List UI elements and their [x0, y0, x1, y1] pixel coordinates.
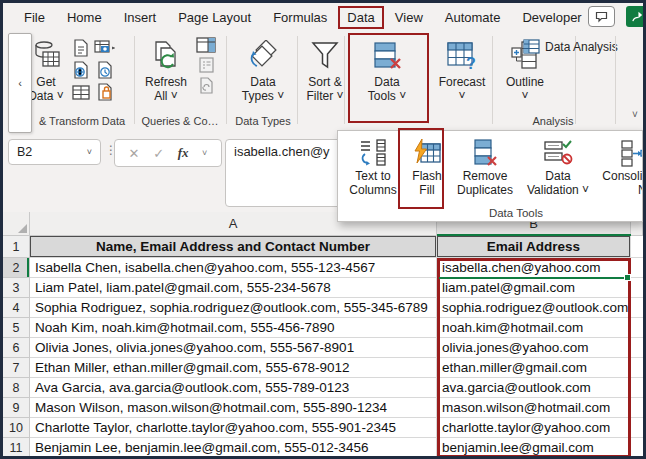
row-header-7[interactable]: 7 — [3, 358, 30, 378]
cell-b7[interactable]: ethan.miller@gmail.com — [437, 358, 631, 378]
data-analysis-icon — [523, 39, 540, 54]
cell-c8[interactable] — [631, 378, 643, 398]
existing-connections-icon[interactable] — [97, 83, 113, 101]
group-label-data-types: Data Types — [232, 115, 294, 127]
recent-sources-icon[interactable] — [97, 61, 113, 79]
cell-c11[interactable] — [631, 438, 643, 458]
edit-links-icon[interactable] — [199, 77, 214, 94]
cell-a4[interactable]: Sophia Rodriguez, sophia.rodriguez@outlo… — [30, 298, 437, 318]
cancel-icon[interactable]: ✕ — [129, 146, 140, 161]
menu-item-remove-duplicates[interactable]: Remove Duplicates — [450, 136, 520, 197]
cell-a11[interactable]: Benjamin Lee, benjamin.lee@gmail.com, 55… — [30, 438, 437, 458]
row-header-6[interactable]: 6 — [3, 338, 30, 358]
cell-a6[interactable]: Olivia Jones, olivia.jones@yahoo.com, 55… — [30, 338, 437, 358]
refresh-all-label-1: Refresh — [145, 75, 187, 89]
data-tools-button[interactable]: Data Tools ˅ — [352, 37, 422, 103]
tab-page-layout[interactable]: Page Layout — [167, 6, 262, 29]
menu-item-text-to-columns[interactable]: Text to Columns — [343, 136, 403, 197]
row-header-4[interactable]: 4 — [3, 298, 30, 318]
cell-b6[interactable]: olivia.jones@yahoo.com — [437, 338, 631, 358]
data-types-button[interactable]: Data Types ˅ — [232, 37, 294, 103]
cell-a10[interactable]: Charlotte Taylor, charlotte.taylor@yahoo… — [30, 418, 437, 438]
data-types-label-2: Types ˅ — [242, 89, 284, 103]
data-tools-dropdown: Text to Columns Flash Fill — [337, 130, 643, 222]
forecast-label-1: Forecast — [439, 75, 486, 89]
cell-a7[interactable]: Ethan Miller, ethan.miller@gmail.com, 55… — [30, 358, 437, 378]
share-button[interactable] — [626, 6, 646, 27]
queries-small-buttons — [196, 37, 216, 94]
group-label-get-transform: & Transform Data — [31, 115, 133, 127]
cell-c1[interactable] — [631, 236, 643, 258]
tab-data[interactable]: Data — [338, 6, 383, 29]
properties-icon[interactable] — [199, 57, 214, 73]
cell-c5[interactable] — [631, 318, 643, 338]
cell-b3[interactable]: liam.patel@gmail.com — [437, 278, 631, 298]
cell-a2[interactable]: Isabella Chen, isabella.chen@yahoo.com, … — [30, 258, 437, 278]
enter-icon[interactable]: ✓ — [153, 146, 164, 161]
chevron-down-icon: ˅ — [87, 147, 92, 157]
tab-view[interactable]: View — [384, 6, 434, 29]
cell-a8[interactable]: Ava Garcia, ava.garcia@outlook.com, 555-… — [30, 378, 437, 398]
collapse-pane-button[interactable]: ‹ — [8, 33, 32, 133]
data-analysis-button[interactable]: Data Analysis — [523, 39, 618, 54]
from-table-icon[interactable] — [72, 85, 90, 100]
row-header-1[interactable]: 1 — [3, 236, 30, 258]
fill-handle[interactable] — [624, 274, 631, 281]
cell-a3[interactable]: Liam Patel, liam.patel@gmail.com, 555-23… — [30, 278, 437, 298]
cell-a5[interactable]: Noah Kim, noah.kim@hotmail.com, 555-456-… — [30, 318, 437, 338]
tab-insert[interactable]: Insert — [113, 6, 168, 29]
row-header-2[interactable]: 2 — [3, 258, 30, 278]
cell-b11[interactable]: benjamin.lee@gmail.com — [437, 438, 631, 458]
queries-connections-icon[interactable] — [196, 37, 216, 53]
cell-b10[interactable]: charlotte.taylor@yahoo.com — [437, 418, 631, 438]
refresh-all-button[interactable]: Refresh All ˅ — [140, 37, 192, 103]
tab-automate[interactable]: Automate — [434, 6, 512, 29]
table-row: 9 Mason Wilson, mason.wilson@hotmail.com… — [3, 398, 643, 418]
row-header-5[interactable]: 5 — [3, 318, 30, 338]
cell-a9[interactable]: Mason Wilson, mason.wilson@hotmail.com, … — [30, 398, 437, 418]
comments-button[interactable] — [588, 6, 615, 27]
select-all-button[interactable] — [3, 212, 30, 236]
data-types-icon — [245, 37, 281, 75]
cell-b5[interactable]: noah.kim@hotmail.com — [437, 318, 631, 338]
menu-item-flash-fill[interactable]: Flash Fill — [406, 136, 448, 197]
cell-b4[interactable]: sophia.rodriguez@outlook.com — [437, 298, 631, 318]
row-header-8[interactable]: 8 — [3, 378, 30, 398]
cell-c7[interactable] — [631, 358, 643, 378]
forecast-button[interactable]: ? Forecast ˅ — [433, 37, 491, 103]
flash-fill-icon — [412, 136, 442, 170]
sort-filter-button[interactable]: Sort & Filter ˅ — [301, 37, 349, 103]
dropdown-group-label: Data Tools — [388, 207, 643, 219]
comment-icon — [595, 11, 608, 23]
tab-home[interactable]: Home — [56, 6, 113, 29]
row-header-9[interactable]: 9 — [3, 398, 30, 418]
cell-b2[interactable]: isabella.chen@yahoo.com — [437, 258, 631, 278]
from-picture-icon[interactable] — [94, 40, 116, 57]
cell-c2[interactable] — [631, 258, 643, 278]
cell-b9[interactable]: mason.wilson@hotmail.com — [437, 398, 631, 418]
cell-c10[interactable] — [631, 418, 643, 438]
ribbon-scroll-chevron[interactable]: ˅ — [632, 109, 638, 120]
from-text-icon[interactable] — [73, 39, 89, 57]
cell-a1[interactable]: Name, Email Address and Contact Number — [30, 236, 437, 258]
row-header-3[interactable]: 3 — [3, 278, 30, 298]
row-header-10[interactable]: 10 — [3, 418, 30, 438]
tab-developer[interactable]: Developer — [511, 6, 592, 29]
table-row: 3 Liam Patel, liam.patel@gmail.com, 555-… — [3, 278, 643, 298]
cell-c9[interactable] — [631, 398, 643, 418]
cell-c6[interactable] — [631, 338, 643, 358]
menu-item-consolidate[interactable]: Consolidate — [594, 136, 643, 184]
row-header-11[interactable]: 11 — [3, 438, 30, 458]
cell-c3[interactable] — [631, 278, 643, 298]
tab-file[interactable]: File — [13, 6, 56, 29]
cell-b8[interactable]: ava.garcia@outlook.com — [437, 378, 631, 398]
tab-formulas[interactable]: Formulas — [262, 6, 338, 29]
cell-b1[interactable]: Email Address — [437, 236, 631, 258]
remove-duplicates-icon — [471, 136, 499, 170]
insert-function-icon[interactable]: fx — [178, 145, 189, 161]
from-web-icon[interactable] — [73, 61, 89, 79]
menu-item-data-validation[interactable]: Data Validation ˅ — [522, 136, 594, 197]
cell-c4[interactable] — [631, 298, 643, 318]
group-label-queries: Queries & Co… — [137, 115, 223, 127]
name-box[interactable]: B2 ˅ — [8, 139, 101, 165]
